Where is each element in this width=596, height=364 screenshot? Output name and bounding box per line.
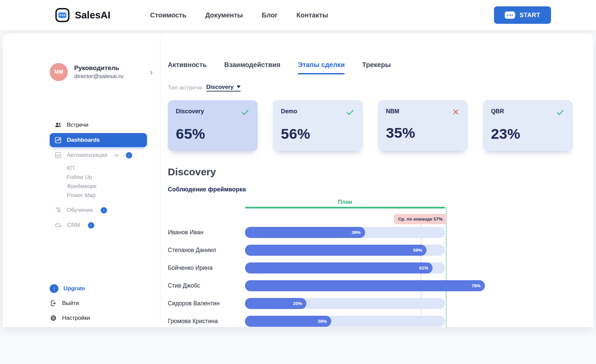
chart-row: Иванов Иван39% [168, 227, 530, 238]
bar: 59% [245, 245, 427, 256]
filter-label: Тип встречи [168, 84, 202, 91]
stage-card-discovery[interactable]: Discovery 65% [168, 100, 258, 151]
bar-track: 61% [245, 262, 445, 274]
tab-interactions[interactable]: Взаимодействия [224, 61, 280, 74]
tab-deal-stages[interactable]: Этапы сделки [298, 61, 345, 74]
profile-email: director@salesai.ru [74, 73, 123, 80]
card-title: Demo [281, 108, 297, 115]
submenu-item-framework[interactable]: Фреймворк [67, 182, 147, 191]
submenu-item-follow-up[interactable]: Follow Up [67, 173, 147, 182]
start-button[interactable]: START [494, 6, 551, 24]
bar-category-label: Иванов Иван [168, 229, 245, 236]
chart-row: Степанов Даниил59% [168, 245, 530, 256]
submenu-item-kp[interactable]: КП [67, 164, 147, 173]
dashboard-tabs: Активность Взаимодействия Этапы сделки Т… [168, 61, 580, 74]
settings-label: Настройки [62, 315, 90, 321]
card-value: 56% [281, 126, 355, 142]
team-average-badge: Ср. по команде 57% [394, 214, 447, 224]
chart-row: Бойченко Ирина61% [168, 262, 530, 274]
up-arrow-circle-icon: ↑ [50, 284, 58, 293]
plan-marker: План [245, 199, 445, 208]
profile-card[interactable]: MM Руководитель director@salesai.ru › [50, 63, 151, 81]
section-title: Discovery [168, 166, 580, 178]
sidebar-item-automation[interactable]: Автоматизация ↑ [50, 148, 147, 162]
main-nav: Стоимость Документы Блог Контакты [150, 11, 328, 19]
gear-icon [50, 314, 57, 322]
bar: 28% [245, 316, 331, 327]
bar-value-label: 39% [352, 230, 365, 235]
tab-trackers[interactable]: Трекеры [362, 61, 391, 74]
cloud-chart-icon [54, 222, 62, 229]
app-panel: MM Руководитель director@salesai.ru › Вс… [3, 34, 593, 327]
bar-track: 59% [245, 245, 445, 256]
bar: 78% [245, 280, 485, 291]
chart-line-icon [54, 136, 62, 144]
bar-track: 28% [245, 316, 445, 327]
card-value: 23% [491, 126, 565, 142]
brand-logo[interactable]: SalesAI [55, 8, 110, 22]
bar-value-label: 61% [419, 265, 433, 270]
nav-item-pricing[interactable]: Стоимость [150, 11, 186, 19]
chart-row: Сидоров Валентин20% [168, 298, 530, 309]
sidebar-item-label: CRM [67, 222, 80, 229]
bar-track: 39% [245, 227, 445, 238]
bar-category-label: Громова Кристина [168, 318, 245, 325]
main-content: Активность Взаимодействия Этапы сделки Т… [160, 34, 593, 327]
bar-value-label: 28% [318, 319, 331, 324]
filter-value-text: Discovery [206, 84, 234, 90]
bar: 61% [245, 262, 433, 274]
plan-label: План [245, 199, 445, 205]
chevron-down-icon [114, 153, 119, 157]
chart-row: Громова Кристина28% [168, 316, 530, 327]
avatar: MM [50, 63, 68, 81]
bar-value-label: 78% [471, 283, 485, 288]
cross-icon [452, 108, 460, 116]
profile-name: Руководитель [74, 64, 123, 72]
upgrade-button[interactable]: ↑ Upgrate [50, 281, 147, 296]
nav-item-blog[interactable]: Блог [262, 11, 278, 19]
pro-up-arrow-icon: ↑ [126, 152, 132, 159]
brand-name: SalesAI [75, 10, 110, 21]
sidebar-item-training[interactable]: Обучение ↑ [50, 203, 147, 217]
stage-card-qbr[interactable]: QBR 23% [483, 100, 573, 151]
chart-rows: Иванов Иван39%Степанов Даниил59%Бойченко… [168, 227, 530, 327]
sidebar-item-label: Встречи [67, 122, 88, 128]
card-title: NBM [386, 108, 399, 115]
card-title: Discovery [176, 108, 204, 115]
dropdown-arrow-icon [237, 85, 241, 88]
card-value: 35% [386, 125, 460, 141]
chart-heading: Соблюдение фреймворка [168, 186, 580, 193]
meeting-type-dropdown[interactable]: Discovery [206, 84, 241, 92]
check-icon [346, 108, 355, 117]
start-button-label: START [519, 12, 540, 19]
sidebar: MM Руководитель director@salesai.ru › Вс… [3, 34, 160, 327]
pro-up-arrow-icon: ↑ [88, 222, 94, 229]
sidebar-item-label: Dashboards [67, 137, 100, 143]
bar-value-label: 20% [293, 301, 306, 306]
sidebar-item-label: Обучение [67, 207, 93, 214]
check-icon [556, 108, 565, 117]
upgrade-label: Upgrate [63, 285, 85, 292]
sidebar-item-meetings[interactable]: Встречи [50, 118, 147, 132]
stage-cards: Discovery 65% Demo 56% NBM [168, 100, 580, 151]
submenu-item-power-map[interactable]: Power Map [67, 191, 147, 200]
sidebar-footer: ↑ Upgrate Выйти [50, 281, 147, 325]
tab-activity[interactable]: Активность [168, 61, 207, 74]
bar: 39% [245, 227, 365, 238]
logout-button[interactable]: Выйти [50, 296, 147, 311]
plan-line [245, 207, 445, 208]
sidebar-item-label: Автоматизация [67, 152, 107, 159]
nav-item-contacts[interactable]: Контакты [296, 11, 328, 19]
sidebar-item-dashboards[interactable]: Dashboards [50, 133, 147, 147]
logout-label: Выйти [62, 300, 79, 307]
stage-card-demo[interactable]: Demo 56% [273, 100, 363, 151]
sidebar-item-crm[interactable]: CRM ↑ [50, 218, 147, 232]
stage-card-nbm[interactable]: NBM 35% [378, 100, 468, 151]
nav-item-documents[interactable]: Документы [205, 11, 243, 19]
bar-category-label: Бойченко Ирина [168, 264, 245, 271]
bar-category-label: Сидоров Валентин [168, 300, 245, 307]
top-header: SalesAI Стоимость Документы Блог Контакт… [0, 0, 596, 30]
pro-up-arrow-icon: ↑ [101, 207, 107, 214]
settings-button[interactable]: Настройки [50, 311, 147, 325]
check-icon [241, 108, 250, 117]
